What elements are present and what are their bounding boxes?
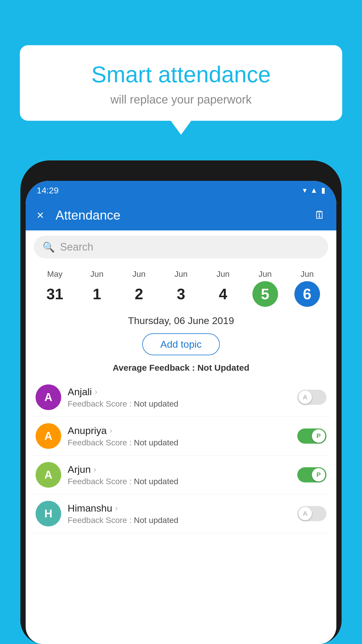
phone-screen: 14:29 ▾ ▲ ▮ × Attendance 🗓 🔍 Search May3… — [26, 181, 336, 644]
feedback-value: Not updated — [134, 399, 178, 408]
calendar-day[interactable]: Jun6 — [294, 270, 320, 307]
chevron-right-icon: › — [94, 465, 96, 474]
feedback-value: Not updated — [134, 438, 178, 447]
student-name: Himanshu › — [68, 503, 291, 514]
signal-icon: ▲ — [310, 186, 318, 195]
cal-month-label: Jun — [217, 270, 230, 279]
bottom-fade — [26, 621, 336, 644]
phone-frame: 14:29 ▾ ▲ ▮ × Attendance 🗓 🔍 Search May3… — [20, 160, 342, 644]
attendance-toggle[interactable]: P — [297, 467, 326, 482]
feedback-value: Not updated — [134, 516, 178, 525]
avg-feedback-label: Average Feedback : — [113, 363, 195, 372]
cal-month-label: Jun — [90, 270, 103, 279]
cal-date-label: 2 — [126, 281, 152, 307]
calendar-day[interactable]: Jun3 — [168, 270, 194, 307]
status-time: 14:29 — [37, 186, 59, 195]
chevron-right-icon: › — [110, 426, 112, 435]
cal-month-label: Jun — [259, 270, 272, 279]
avg-feedback: Average Feedback : Not Updated — [26, 360, 336, 378]
student-row[interactable]: AAnjali ›Feedback Score : Not updatedA — [31, 378, 331, 417]
cal-month-label: Jun — [132, 270, 145, 279]
add-topic-button[interactable]: Add topic — [142, 333, 220, 355]
student-feedback: Feedback Score : Not updated — [68, 399, 291, 409]
app-bar-title: Attendance — [56, 208, 314, 223]
student-row[interactable]: AArjun ›Feedback Score : Not updatedP — [31, 456, 331, 494]
search-input[interactable]: Search — [60, 241, 93, 253]
student-name: Anupriya › — [68, 425, 291, 436]
cal-date-label: 31 — [42, 281, 68, 307]
avatar: A — [36, 423, 61, 449]
student-info: Anjali ›Feedback Score : Not updated — [68, 386, 291, 409]
student-info: Himanshu ›Feedback Score : Not updated — [68, 503, 291, 525]
calendar-icon[interactable]: 🗓 — [314, 209, 325, 221]
calendar-row: May31Jun1Jun2Jun3Jun4Jun5Jun6 — [26, 264, 336, 310]
speech-bubble-subtitle: will replace your paperwork — [37, 93, 325, 106]
chevron-right-icon: › — [95, 387, 97, 396]
cal-date-label: 4 — [210, 281, 236, 307]
cal-month-label: Jun — [174, 270, 187, 279]
toggle-knob: P — [312, 468, 325, 482]
attendance-toggle[interactable]: A — [297, 390, 326, 405]
student-list: AAnjali ›Feedback Score : Not updatedAAA… — [26, 378, 336, 533]
toggle-knob: A — [298, 391, 312, 404]
cal-date-label: 6 — [294, 281, 320, 307]
avatar: A — [36, 462, 61, 488]
toggle-knob: A — [298, 507, 312, 520]
calendar-day[interactable]: May31 — [42, 270, 68, 307]
student-name: Anjali › — [68, 386, 291, 398]
close-button[interactable]: × — [37, 208, 44, 222]
student-row[interactable]: AAnupriya ›Feedback Score : Not updatedP — [31, 417, 331, 456]
battery-icon: ▮ — [321, 186, 325, 195]
calendar-day[interactable]: Jun1 — [84, 270, 110, 307]
search-icon: 🔍 — [43, 241, 55, 253]
selected-date: Thursday, 06 June 2019 — [26, 310, 336, 330]
attendance-toggle[interactable]: P — [297, 428, 326, 444]
avatar: H — [36, 501, 61, 526]
cal-date-label: 5 — [252, 281, 278, 307]
student-feedback: Feedback Score : Not updated — [68, 516, 291, 525]
phone-notch — [164, 160, 198, 178]
wifi-icon: ▾ — [303, 186, 307, 195]
student-info: Arjun ›Feedback Score : Not updated — [68, 464, 291, 486]
student-feedback: Feedback Score : Not updated — [68, 477, 291, 486]
calendar-day[interactable]: Jun4 — [210, 270, 236, 307]
status-icons: ▾ ▲ ▮ — [303, 186, 325, 195]
app-bar: × Attendance 🗓 — [26, 200, 336, 230]
cal-month-label: May — [47, 270, 63, 279]
student-feedback: Feedback Score : Not updated — [68, 438, 291, 447]
avg-feedback-value: Not Updated — [197, 363, 249, 372]
add-topic-container: Add topic — [26, 330, 336, 360]
avatar: A — [36, 384, 61, 410]
feedback-value: Not updated — [134, 477, 178, 486]
attendance-toggle[interactable]: A — [297, 506, 326, 521]
speech-bubble: Smart attendance will replace your paper… — [20, 45, 342, 121]
student-info: Anupriya ›Feedback Score : Not updated — [68, 425, 291, 447]
calendar-day[interactable]: Jun2 — [126, 270, 152, 307]
search-bar[interactable]: 🔍 Search — [34, 236, 328, 258]
status-bar: 14:29 ▾ ▲ ▮ — [26, 181, 336, 200]
calendar-day[interactable]: Jun5 — [252, 270, 278, 307]
cal-date-label: 1 — [84, 281, 110, 307]
speech-bubble-title: Smart attendance — [37, 61, 325, 88]
student-name: Arjun › — [68, 464, 291, 475]
cal-date-label: 3 — [168, 281, 194, 307]
chevron-right-icon: › — [115, 504, 118, 513]
toggle-knob: P — [312, 429, 325, 443]
student-row[interactable]: HHimanshu ›Feedback Score : Not updatedA — [31, 494, 331, 533]
search-container: 🔍 Search — [26, 230, 336, 264]
cal-month-label: Jun — [301, 270, 314, 279]
